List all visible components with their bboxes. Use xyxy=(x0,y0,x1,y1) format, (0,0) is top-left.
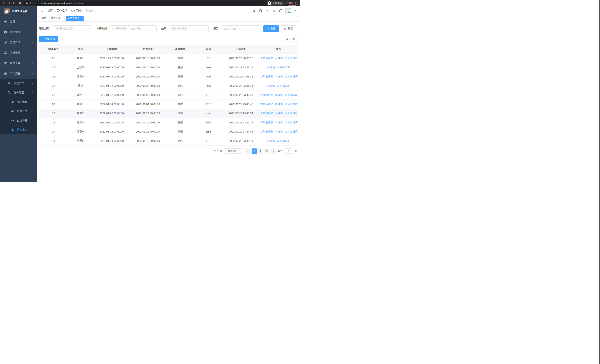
cell-id: 17 xyxy=(39,127,68,136)
action-progress-link[interactable]: 审批进度 xyxy=(277,84,290,87)
action-detail-link[interactable]: 详情 xyxy=(275,112,283,115)
action-cancel-link[interactable]: 取消请假 xyxy=(260,121,273,124)
action-progress-link[interactable]: 审批进度 xyxy=(285,121,298,124)
action-cancel-link[interactable]: 取消请假 xyxy=(260,130,273,133)
cell-id: 22 xyxy=(39,81,68,90)
page-size-select[interactable]: 10条/页 xyxy=(225,149,243,154)
action-progress-link[interactable]: 审批进度 xyxy=(285,130,298,133)
github-icon[interactable] xyxy=(259,9,262,12)
action-detail-link[interactable]: 详情 xyxy=(267,139,275,142)
close-icon[interactable]: × xyxy=(61,17,63,20)
sidebar-item-home[interactable]: 首页 xyxy=(0,17,37,27)
action-cancel-link[interactable]: 取消请假 xyxy=(260,93,273,97)
sidebar-item-label: 基础设施 xyxy=(10,51,20,55)
action-progress-link[interactable]: 审批进度 xyxy=(285,56,298,60)
goto-page-input[interactable] xyxy=(285,149,292,154)
address-bar[interactable]: 不安全 dashboard.yudao.iocoder.cn/bpm/oa/le… xyxy=(23,1,265,5)
action-detail-link[interactable]: 详情 xyxy=(275,121,283,124)
search-button[interactable]: 搜索 xyxy=(263,25,279,32)
tab-leave-query[interactable]: 请假查询× xyxy=(66,16,84,21)
action-detail-link[interactable]: 详情 xyxy=(275,103,283,106)
sidebar-item-payment[interactable]: ￥支付管理 xyxy=(0,37,37,48)
refresh-table-button[interactable] xyxy=(291,36,297,42)
action-detail-link[interactable]: 详情 xyxy=(267,84,275,87)
browser-home-icon[interactable] xyxy=(18,1,21,5)
sidebar-fold-icon[interactable] xyxy=(37,6,46,15)
action-detail-link[interactable]: 详情 xyxy=(275,93,283,97)
create-leave-button[interactable]: 发起请假 xyxy=(39,36,58,42)
view-icon xyxy=(275,103,277,105)
browser-update-button[interactable]: 更新 xyxy=(286,1,298,6)
breadcrumb: 首页/工作流程/OA 示例/请假查询 xyxy=(47,9,95,12)
view-icon xyxy=(267,140,269,142)
sidebar-item-done-task[interactable]: 已办任务 xyxy=(0,116,37,125)
tab-home[interactable]: 首页 xyxy=(40,16,48,21)
navbar: 首页/工作流程/OA 示例/请假查询 TT xyxy=(37,6,300,15)
close-icon[interactable]: × xyxy=(80,17,82,20)
action-progress-link[interactable]: 审批进度 xyxy=(285,103,298,106)
action-detail-link[interactable]: 详情 xyxy=(275,130,283,133)
bookmark-star-icon[interactable]: ☆ xyxy=(260,2,262,4)
table-header-row: 申请编号状态开始时间结束时间请假类型原因申请时间操作 xyxy=(39,45,298,54)
cell-apply_time: 2022-01-22 23:49:46 xyxy=(223,90,259,100)
breadcrumb-item[interactable]: OA 示例 xyxy=(71,9,81,12)
action-detail-link[interactable]: 详情 xyxy=(275,75,283,78)
header-search-icon[interactable] xyxy=(252,9,255,12)
action-detail-link[interactable]: 详情 xyxy=(275,56,283,60)
action-cancel-link[interactable]: 取消请假 xyxy=(260,75,273,78)
cell-end_time: 2022-01-26 00:00:00 xyxy=(130,72,166,81)
action-cancel-link[interactable]: 取消请假 xyxy=(260,56,273,60)
sidebar-item-label: 任务管理 xyxy=(14,91,24,94)
page-button-1[interactable]: 1 xyxy=(252,149,257,154)
action-progress-link[interactable]: 审批进度 xyxy=(285,93,298,97)
sidebar-item-system[interactable]: 系统管理 xyxy=(0,27,37,37)
avatar-caret-icon[interactable] xyxy=(295,10,297,11)
breadcrumb-item[interactable]: 首页 xyxy=(47,9,53,12)
action-progress-link[interactable]: 审批进度 xyxy=(277,66,290,69)
prev-page-button[interactable]: ‹ xyxy=(245,149,251,154)
page-button-3[interactable]: 3 xyxy=(264,149,269,154)
sidebar-item-task-mgmt[interactable]: 任务管理 xyxy=(0,88,37,97)
reason-input[interactable] xyxy=(221,25,261,32)
action-cancel-link[interactable]: 取消请假 xyxy=(260,112,273,115)
action-detail-link[interactable]: 详情 xyxy=(267,66,275,69)
sidebar-item-process-mgmt[interactable]: 流程管理 xyxy=(0,79,37,88)
reset-button[interactable]: 重置 xyxy=(281,25,296,32)
result-select[interactable]: 请选择流结果 xyxy=(169,25,209,32)
toggle-search-button[interactable] xyxy=(284,36,290,42)
help-icon[interactable] xyxy=(265,9,269,12)
action-progress-link[interactable]: 审批进度 xyxy=(285,75,298,78)
chevron-down-icon xyxy=(31,52,34,54)
action-cancel-link[interactable]: 取消请假 xyxy=(260,103,273,106)
table-row: 20处理中2022-01-04 00:00:002022-01-04 00:00… xyxy=(39,100,298,109)
edit-icon xyxy=(285,94,287,96)
browser-reload-icon[interactable] xyxy=(13,1,16,5)
breadcrumb-item[interactable]: 工作流程 xyxy=(57,9,67,12)
sidebar-item-dev-tools[interactable]: 研发工具 xyxy=(0,58,37,68)
app-logo[interactable]: 芋道管理系统 xyxy=(0,6,37,17)
security-label[interactable]: 不安全 xyxy=(29,1,37,5)
cell-reason: EEE xyxy=(194,118,223,127)
leave-type-select[interactable]: 请选择请假类型 xyxy=(52,25,92,32)
sidebar-item-infrastructure[interactable]: 基础设施 xyxy=(0,48,37,58)
page-button-2[interactable]: 2 xyxy=(258,149,263,154)
sidebar-item-my-process[interactable]: 我的流程 xyxy=(0,97,37,107)
cell-actions: 详情审批进度 xyxy=(259,63,298,72)
browser-back-icon[interactable] xyxy=(2,1,5,5)
user-avatar[interactable] xyxy=(285,7,292,14)
font-size-icon[interactable]: TT xyxy=(279,9,282,13)
filter-label-result: 结果 xyxy=(161,27,166,30)
tab-process-detail[interactable]: 流程详情× xyxy=(49,16,65,21)
sidebar-item-todo-task[interactable]: 待办任务 xyxy=(0,107,37,116)
sidebar-item-workflow[interactable]: 工作流程 xyxy=(0,68,37,79)
browser-forward-icon[interactable] xyxy=(7,1,10,5)
fullscreen-icon[interactable] xyxy=(272,9,275,12)
view-icon xyxy=(275,94,277,96)
column-header: 申请编号 xyxy=(39,45,68,54)
action-progress-link[interactable]: 审批进度 xyxy=(277,139,290,142)
browser-menu-dots-icon[interactable] xyxy=(295,1,296,5)
sidebar-item-leave-query[interactable]: 请假查询 xyxy=(0,125,37,134)
next-page-button[interactable]: › xyxy=(271,149,276,154)
apply-time-range-picker[interactable]: 开始日期 - 结束日期 xyxy=(109,25,157,32)
action-progress-link[interactable]: 审批进度 xyxy=(285,112,298,115)
